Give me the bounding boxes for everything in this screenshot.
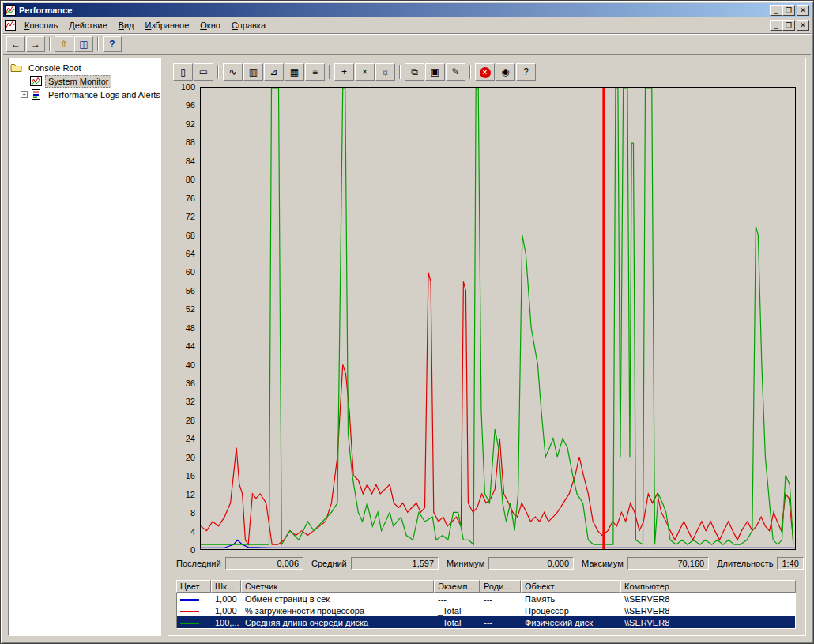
view-report-button[interactable]: ≡ [305,63,325,81]
legend-column-header[interactable]: Шк... [211,580,241,593]
system-monitor-panel: ▯▭∿▥⊿▦≡+×☼⧉▣✎×◉? 10096928884807672686460… [168,58,806,636]
highlight-button[interactable]: ☼ [375,63,395,81]
minimize-button[interactable]: _ [770,5,782,16]
menu-window[interactable]: Окно [194,19,226,32]
toolbar-separator [469,65,471,79]
folder-icon [10,62,22,73]
menu-view[interactable]: Вид [113,19,140,32]
y-axis-tick-label: 28 [186,416,195,425]
y-axis-tick-label: 16 [186,471,195,480]
back-icon: ← [11,39,21,50]
legend-cell: % загруженности процессора [242,606,435,616]
legend-cell: Физический диск [522,618,621,627]
y-axis-tick-label: 52 [186,304,195,314]
performance-window: Performance _ ❐ ✕ КонсольДействиеВидИзбр… [0,0,814,644]
properties-button[interactable]: ✎ [446,63,465,81]
legend-row[interactable]: 100,...Средняя длина очереди диска_Total… [177,616,795,628]
y-axis-tick-label: 76 [186,194,195,203]
legend-column-header[interactable]: Экземп... [434,580,480,593]
legend-rows: 1,000Обмен страниц в сек------Память\\SE… [176,593,796,629]
legend-column-header[interactable]: Роди... [480,580,521,593]
clear-display-icon: ▭ [199,66,208,77]
highlight-icon: ☼ [381,66,390,77]
view-log-data-button[interactable]: ▥ [243,63,263,81]
stat-label: Максимум [582,559,624,568]
back-button[interactable]: ← [6,36,25,52]
help-icon: ? [109,39,115,50]
view-graph-button[interactable]: ⊿ [264,63,284,81]
legend-row[interactable]: 1,000Обмен страниц в сек------Память\\SE… [177,593,795,604]
y-axis-tick-label: 68 [186,231,195,240]
legend-cell: Обмен страниц в сек [242,594,435,604]
legend-column-header[interactable]: Цвет [176,580,211,593]
titlebar: Performance _ ❐ ✕ [3,3,811,17]
series-pages-sec [201,540,795,548]
legend-cell: \\SERVER8 [621,606,795,616]
menu-help[interactable]: Справка [226,19,271,32]
child-restore-button[interactable]: ❐ [782,20,795,31]
stat-value: 0,006 [225,557,303,570]
menubar: КонсольДействиеВидИзбранноеОкноСправка _… [3,17,811,34]
stat-label: Последний [176,559,221,568]
legend-color-cell [177,594,212,604]
add-counter-button[interactable]: + [334,63,354,81]
menu-console[interactable]: Консоль [19,19,63,32]
update-data-icon: ◉ [501,66,509,77]
legend-cell: Память [522,594,621,604]
child-close-button[interactable]: ✕ [797,20,809,31]
legend-column-header[interactable]: Компьютер [620,580,796,593]
expander-icon[interactable]: + [21,91,28,98]
show-hide-tree-button[interactable]: ◫ [74,36,93,52]
legend-header: ЦветШк...СчетчикЭкземп...Роди...ОбъектКо… [176,580,796,593]
legend-cell: Средняя длина очереди диска [242,618,435,627]
tree-item-console-root[interactable]: Console Root [10,61,159,74]
tree-item-system-monitor[interactable]: System Monitor [10,74,159,88]
clear-display-button[interactable]: ▭ [194,63,213,81]
legend-color-cell [177,618,212,627]
help-button[interactable]: ? [516,63,536,81]
system-monitor-icon [30,76,42,86]
delete-counter-button[interactable]: × [355,63,375,81]
app-icon [5,5,16,16]
new-counter-set-button[interactable]: ▯ [173,63,193,81]
y-axis-tick-label: 84 [186,156,195,166]
up-one-level-icon: ⇧ [60,39,68,50]
system-monitor-toolbar: ▯▭∿▥⊿▦≡+×☼⧉▣✎×◉? [170,60,804,84]
view-current-activity-icon: ∿ [228,66,236,77]
toolbar-separator [217,65,219,79]
maximize-button[interactable]: ❐ [782,5,795,16]
legend-cell: --- [480,618,522,627]
close-button[interactable]: ✕ [797,5,809,16]
legend-row[interactable]: 1,000% загруженности процессора_Total---… [177,604,795,616]
menu-favorites[interactable]: Избранное [140,19,195,32]
toolbar-separator [399,65,401,79]
paste-counter-list-button[interactable]: ▣ [425,63,445,81]
counter-color-line [180,599,199,601]
y-axis-tick-label: 24 [186,434,195,443]
add-counter-icon: + [341,66,347,77]
copy-properties-button[interactable]: ⧉ [405,63,424,81]
forward-button[interactable]: → [26,36,45,52]
up-one-level-button[interactable]: ⇧ [55,36,73,52]
y-axis-tick-label: 0 [190,545,195,555]
copy-properties-icon: ⧉ [411,66,418,77]
view-histogram-button[interactable]: ▦ [285,63,304,81]
legend-column-header[interactable]: Счетчик [241,580,434,593]
show-hide-tree-icon: ◫ [79,39,88,50]
help-button[interactable]: ? [103,36,122,52]
paste-counter-list-icon: ▣ [431,66,439,77]
chart-section: 1009692888480767268646056524844403632282… [171,87,796,550]
legend-cell: --- [480,594,522,604]
freeze-display-button[interactable]: × [475,63,495,81]
menu-action[interactable]: Действие [63,19,112,32]
logs-icon [30,89,42,100]
child-minimize-button[interactable]: _ [770,20,782,31]
view-current-activity-button[interactable]: ∿ [223,63,243,81]
update-data-button[interactable]: ◉ [496,63,515,81]
tree-item-performance-logs[interactable]: +Performance Logs and Alerts [10,88,159,101]
stat-value: 0,000 [488,557,574,570]
tree-children: System Monitor+Performance Logs and Aler… [10,74,159,101]
forward-icon: → [31,39,40,50]
legend-column-header[interactable]: Объект [521,580,620,593]
y-axis-tick-label: 20 [186,453,195,462]
